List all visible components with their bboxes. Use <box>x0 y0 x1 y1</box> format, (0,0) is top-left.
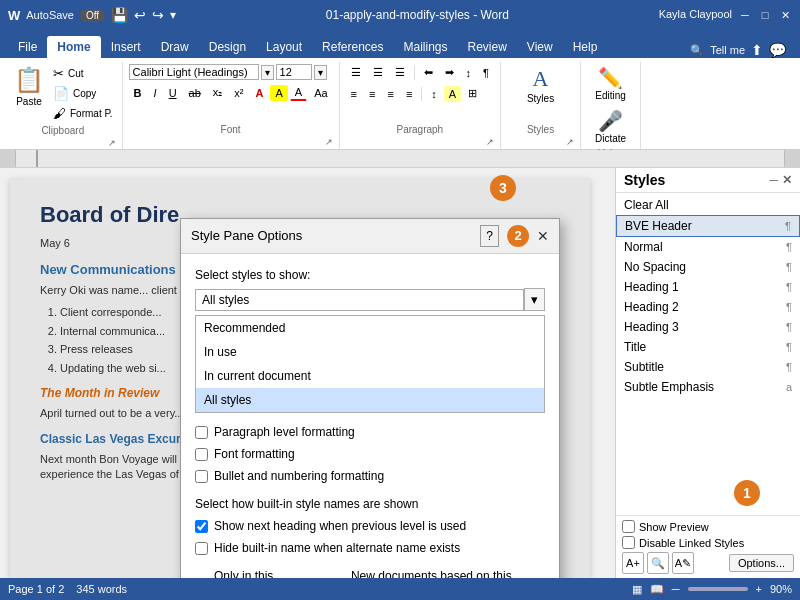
shading-btn[interactable]: A <box>444 86 461 102</box>
format-painter-btn[interactable]: 🖌 Format P. <box>50 104 116 123</box>
font-size-dropdown[interactable]: ▾ <box>314 65 327 80</box>
hide-builtin-check[interactable] <box>195 542 208 555</box>
tab-draw[interactable]: Draw <box>151 36 199 58</box>
minimize-btn[interactable]: ─ <box>738 8 752 22</box>
clipboard-expand-icon[interactable]: ↗ <box>108 138 116 148</box>
manage-styles-btn[interactable]: A✎ <box>672 552 694 574</box>
tab-layout[interactable]: Layout <box>256 36 312 58</box>
font-size-input[interactable] <box>276 64 312 80</box>
styles-panel-close-btn[interactable]: ✕ <box>782 173 792 187</box>
styles-item-bve-header[interactable]: BVE Header ¶ <box>616 215 800 237</box>
paragraph-expand-icon[interactable]: ↗ <box>486 137 494 147</box>
styles-clear-all[interactable]: Clear All <box>616 195 800 215</box>
sort-btn[interactable]: ↕ <box>461 65 477 81</box>
document-page[interactable]: Board of Dire May 6 New Communications D… <box>10 178 590 578</box>
increase-indent-btn[interactable]: ➡ <box>440 64 459 81</box>
layout-icon[interactable]: ▦ <box>632 583 642 596</box>
bullets-btn[interactable]: ☰ <box>346 64 366 81</box>
numbering-btn[interactable]: ☰ <box>368 64 388 81</box>
tab-help[interactable]: Help <box>563 36 608 58</box>
styles-panel-collapse-btn[interactable]: ─ <box>769 173 778 187</box>
dropdown-all-styles[interactable]: All styles <box>196 388 544 412</box>
tab-review[interactable]: Review <box>458 36 517 58</box>
show-preview-check[interactable] <box>622 520 635 533</box>
font-color-A-btn[interactable]: A <box>251 85 269 101</box>
align-left-btn[interactable]: ≡ <box>346 86 362 102</box>
tab-view[interactable]: View <box>517 36 563 58</box>
dictate-btn[interactable]: 🎤 Dictate <box>589 107 632 146</box>
close-btn[interactable]: ✕ <box>778 8 792 22</box>
underline-btn[interactable]: U <box>164 85 182 101</box>
justify-btn[interactable]: ≡ <box>401 86 417 102</box>
disable-linked-check[interactable] <box>622 536 635 549</box>
new-style-btn[interactable]: A+ <box>622 552 644 574</box>
share-icon[interactable]: ⬆ <box>751 42 763 58</box>
redo-icon[interactable]: ↪ <box>152 7 164 23</box>
checkbox-font-input[interactable] <box>195 448 208 461</box>
highlight-btn[interactable]: A <box>270 85 287 101</box>
strikethrough-btn[interactable]: ab <box>184 85 206 101</box>
tab-design[interactable]: Design <box>199 36 256 58</box>
zoom-in-btn[interactable]: + <box>756 583 762 595</box>
styles-select-input[interactable] <box>195 289 524 311</box>
styles-item-heading3[interactable]: Heading 3 ¶ <box>616 317 800 337</box>
dropdown-recommended[interactable]: Recommended <box>196 316 544 340</box>
tab-home[interactable]: Home <box>47 36 100 58</box>
zoom-out-btn[interactable]: ─ <box>672 583 680 595</box>
dialog-close-btn[interactable]: ✕ <box>537 226 549 247</box>
cut-btn[interactable]: ✂ Cut <box>50 64 116 83</box>
tab-mailings[interactable]: Mailings <box>393 36 457 58</box>
tab-file[interactable]: File <box>8 36 47 58</box>
style-inspector-btn[interactable]: 🔍 <box>647 552 669 574</box>
dropdown-in-current[interactable]: In current document <box>196 364 544 388</box>
editing-btn[interactable]: ✏️ Editing <box>589 64 632 103</box>
font-name-dropdown[interactable]: ▾ <box>261 65 274 80</box>
font-expand-icon[interactable]: ↗ <box>325 137 333 147</box>
align-center-btn[interactable]: ≡ <box>364 86 380 102</box>
styles-item-normal[interactable]: Normal ¶ <box>616 237 800 257</box>
italic-btn[interactable]: I <box>149 85 162 101</box>
styles-item-subtitle[interactable]: Subtitle ¶ <box>616 357 800 377</box>
comments-icon[interactable]: 💬 <box>769 42 786 58</box>
cut-icon: ✂ <box>53 66 64 81</box>
change-case-btn[interactable]: Aa <box>309 85 332 101</box>
tell-me-label[interactable]: Tell me <box>710 44 745 56</box>
tab-insert[interactable]: Insert <box>101 36 151 58</box>
dialog-help-btn[interactable]: ? <box>480 225 499 247</box>
show-marks-btn[interactable]: ¶ <box>478 65 494 81</box>
styles-item-no-spacing[interactable]: No Spacing ¶ <box>616 257 800 277</box>
voice-group: ✏️ Editing 🎤 Dictate Voice <box>581 62 641 149</box>
show-next-heading-check[interactable] <box>195 520 208 533</box>
styles-dropdown-btn[interactable]: ▾ <box>524 288 545 311</box>
line-spacing-btn[interactable]: ↕ <box>426 86 442 102</box>
align-right-btn[interactable]: ≡ <box>382 86 398 102</box>
styles-expand-icon[interactable]: ↗ <box>566 137 574 147</box>
read-mode-icon[interactable]: 📖 <box>650 583 664 596</box>
save-icon[interactable]: 💾 <box>111 7 128 23</box>
styles-item-title[interactable]: Title ¶ <box>616 337 800 357</box>
dropdown-in-use[interactable]: In use <box>196 340 544 364</box>
font-color-btn[interactable]: A <box>290 84 307 101</box>
autosave-toggle[interactable]: Off <box>80 9 105 22</box>
borders-btn[interactable]: ⊞ <box>463 85 482 102</box>
undo-icon[interactable]: ↩ <box>134 7 146 23</box>
checkbox-bullet-input[interactable] <box>195 470 208 483</box>
zoom-slider[interactable] <box>688 587 748 591</box>
styles-ribbon-btn[interactable]: A Styles <box>521 64 560 106</box>
multilevel-btn[interactable]: ☰ <box>390 64 410 81</box>
search-icon[interactable]: 🔍 <box>690 44 704 57</box>
decrease-indent-btn[interactable]: ⬅ <box>419 64 438 81</box>
styles-item-subtle-emphasis[interactable]: Subtle Emphasis a <box>616 377 800 397</box>
paste-btn[interactable]: 📋 Paste <box>10 64 48 109</box>
bold-btn[interactable]: B <box>129 85 147 101</box>
superscript-btn[interactable]: x² <box>229 85 248 101</box>
checkbox-paragraph-input[interactable] <box>195 426 208 439</box>
tab-references[interactable]: References <box>312 36 393 58</box>
options-btn[interactable]: Options... <box>729 554 794 572</box>
styles-item-heading2[interactable]: Heading 2 ¶ <box>616 297 800 317</box>
maximize-btn[interactable]: □ <box>758 8 772 22</box>
font-name-input[interactable] <box>129 64 259 80</box>
copy-btn[interactable]: 📄 Copy <box>50 84 116 103</box>
subscript-btn[interactable]: x₂ <box>208 84 228 101</box>
styles-item-heading1[interactable]: Heading 1 ¶ <box>616 277 800 297</box>
